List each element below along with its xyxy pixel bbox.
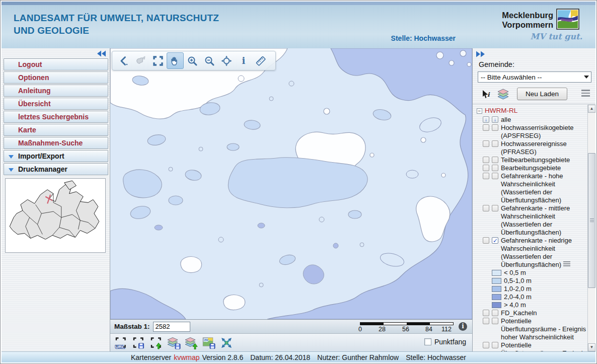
sidebar-menu: Logout Optionen Anleitung Übersicht letz… <box>4 58 108 176</box>
save-layer-settings-icon[interactable] <box>167 336 181 350</box>
recenter-icon[interactable] <box>218 52 235 69</box>
load-layer-settings-icon[interactable] <box>184 336 198 350</box>
neu-laden-button[interactable]: Neu Laden <box>517 88 567 100</box>
layer-checkbox[interactable] <box>483 140 489 147</box>
layer-checkbox[interactable] <box>483 124 489 131</box>
layer-row: Potentielle Überflutungsräume - Ereignis <box>483 341 588 351</box>
scroll-down-icon[interactable]: ▼ <box>588 343 595 351</box>
full-extent-icon[interactable] <box>150 52 167 69</box>
collapse-node-icon[interactable]: − <box>477 108 482 114</box>
layer-checkbox[interactable] <box>492 157 498 163</box>
load-all-icon[interactable]: ↓ <box>483 116 489 123</box>
save-map-image-icon[interactable] <box>202 336 216 350</box>
layer-checkbox[interactable] <box>483 318 489 324</box>
layer-checkbox[interactable] <box>492 237 498 244</box>
layer-checkbox[interactable] <box>483 205 489 211</box>
map-action-bar: URL Punktfang <box>110 333 472 351</box>
flood-map-canvas[interactable]: i <box>110 48 472 319</box>
layer-row-niedrige: Gefahrenkarte - niedrige Wahrscheinlichk… <box>483 237 588 269</box>
overview-map[interactable] <box>5 178 106 253</box>
sidebar-item-karte[interactable]: Karte <box>4 124 108 136</box>
layer-checkbox[interactable] <box>492 205 498 211</box>
legend-swatch <box>492 278 501 284</box>
layer-checkbox[interactable] <box>483 165 489 171</box>
gemeinde-select[interactable]: -- Bitte Auswählen -- <box>478 71 591 83</box>
svg-text:URL: URL <box>115 344 125 349</box>
layer-row: Hochwasserereignisse (PFRASEG) <box>483 140 588 156</box>
layer-row: Teilbearbeitungsgebiete <box>483 156 588 164</box>
layer-checkbox[interactable] <box>492 165 498 171</box>
footer-prefix: Kartenserver <box>131 353 171 361</box>
layer-row-alle: ↓ ↓ alle <box>483 116 588 124</box>
layer-checkbox[interactable] <box>492 342 498 348</box>
measure-ruler-icon[interactable] <box>252 52 269 69</box>
layer-row: Bearbeitungsgebiete <box>483 164 588 172</box>
layer-row: Potentielle Überflutungsräume - Ereignis… <box>483 317 588 341</box>
flood-map-svg <box>110 48 472 319</box>
layer-checkbox[interactable] <box>483 342 489 348</box>
footer-app-name: kvwmap <box>174 353 199 361</box>
sidebar-item-letztes-suchergebnis[interactable]: letztes Suchergebnis <box>4 111 108 123</box>
scale-input[interactable] <box>153 322 190 332</box>
layer-checkbox[interactable] <box>483 237 489 244</box>
right-panel: Gemeinde: -- Bitte Auswählen -- i Neu La… <box>472 48 595 351</box>
scalebar-ticks: 0 28 56 84 112 m <box>358 326 455 333</box>
chevron-down-icon <box>9 168 14 172</box>
footer-stelle: Stelle: Hochwasser <box>406 353 466 361</box>
legend-item: 2,0-4,0 m <box>492 293 588 301</box>
scalebar-bar <box>360 322 454 325</box>
sidebar-item-uebersicht[interactable]: Übersicht <box>4 98 108 110</box>
layer-checkbox[interactable] <box>483 157 489 163</box>
panel-menu-icon[interactable] <box>581 90 590 98</box>
chevron-down-icon <box>9 155 14 159</box>
scroll-up-icon[interactable]: ▲ <box>588 105 595 113</box>
layer-checkbox[interactable] <box>483 173 489 179</box>
page-title: LANDESAMT FÜR UMWELT, NATURSCHUTZ UND GE… <box>14 12 219 37</box>
legend-swatch <box>492 302 501 308</box>
layers-icon[interactable] <box>496 88 510 102</box>
feature-info-cursor-icon[interactable]: i <box>479 88 493 102</box>
zoom-in-icon[interactable] <box>184 52 201 69</box>
scrollbar-grip <box>590 219 594 223</box>
mv-logo-icon <box>556 9 579 32</box>
layer-row: Gefahrenkarte - hohe Wahrscheinlichkeit … <box>483 172 588 204</box>
sidebar-group-import-export[interactable]: Import/Export <box>4 150 108 162</box>
zoom-out-icon[interactable] <box>201 52 218 69</box>
sidebar-item-logout[interactable]: Logout <box>4 58 108 70</box>
collapse-sidebar-icon[interactable] <box>97 50 108 57</box>
sidebar-item-anleitung[interactable]: Anleitung <box>4 85 108 97</box>
brand-slogan: MV tut gut. <box>531 32 582 41</box>
layer-checkbox[interactable] <box>492 310 498 316</box>
load-all-icon[interactable]: ↓ <box>492 116 498 123</box>
layer-checkbox[interactable] <box>483 310 489 316</box>
layer-menu-icon[interactable] <box>563 261 570 267</box>
sidebar-item-optionen[interactable]: Optionen <box>4 71 108 84</box>
polygon-select-icon[interactable] <box>132 52 150 69</box>
gemeinde-selected-value: -- Bitte Auswählen -- <box>481 74 542 81</box>
legend-item: 0,5-1,0 m <box>492 277 588 285</box>
layer-checkbox[interactable] <box>492 124 498 131</box>
back-arrow-icon[interactable] <box>115 52 132 69</box>
map-column: i Maßstab 1: 0 28 <box>110 48 472 351</box>
tree-scrollbar[interactable]: ▲ ▼ <box>587 105 595 351</box>
load-extent-icon[interactable] <box>149 336 163 350</box>
layer-checkbox[interactable] <box>492 318 498 324</box>
footer-nutzer: Nutzer: Gunther Rahmlow <box>317 353 399 361</box>
max-extent-icon[interactable] <box>219 336 234 350</box>
punktfang-checkbox[interactable] <box>424 338 431 345</box>
layer-row: FD_Kacheln <box>483 309 588 317</box>
header-accent-strip <box>2 2 595 5</box>
punktfang-label: Punktfang <box>434 338 466 346</box>
sidebar-item-massnahmen-suche[interactable]: Maßnahmen-Suche <box>4 137 108 149</box>
scrollbar-thumb[interactable] <box>588 153 595 288</box>
punktfang-toggle[interactable]: Punktfang <box>424 338 466 346</box>
save-extent-icon[interactable] <box>131 336 145 350</box>
sidebar-group-druckmanager[interactable]: Druckmanager <box>4 163 108 175</box>
expand-panel-icon[interactable] <box>475 50 486 57</box>
info-icon[interactable]: i <box>235 52 252 69</box>
layer-checkbox[interactable] <box>492 173 498 179</box>
pan-hand-icon[interactable] <box>167 52 184 69</box>
scalebar-info-icon[interactable]: i <box>459 322 467 331</box>
layer-checkbox[interactable] <box>492 140 498 147</box>
extent-to-url-icon[interactable]: URL <box>114 336 128 350</box>
